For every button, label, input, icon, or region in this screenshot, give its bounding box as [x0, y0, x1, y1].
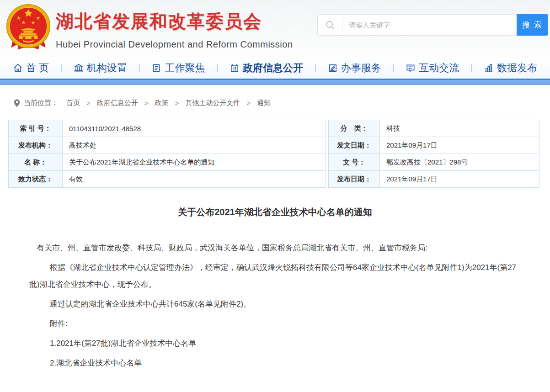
nav-item-work-focus[interactable]: 工作聚焦 [151, 61, 205, 75]
search-icon [318, 18, 342, 32]
table-row: 发布日期： 2021年09月17日 [329, 171, 539, 188]
meta-label-publish-date: 发布日期： [329, 171, 380, 188]
interaction-icon [406, 63, 416, 73]
nav-accent-strip [0, 80, 550, 85]
nav-label: 首 页 [26, 61, 49, 75]
meta-label-category: 分 类： [329, 120, 380, 137]
breadcrumb-home[interactable]: 首页 [66, 99, 80, 107]
meta-value-document-number: 鄂发改高技〔2021〕298号 [380, 154, 539, 171]
nav-item-organization[interactable]: 机构设置 [74, 61, 127, 75]
nav-divider: | [138, 63, 140, 73]
nav-label: 政府信息公开 [243, 61, 303, 75]
attachment-link-1[interactable]: 1.2021年(第27批)湖北省企业技术中心名单 [29, 335, 521, 352]
article-attachments-heading: 附件: [29, 315, 521, 332]
meta-value-category: 科技 [380, 120, 539, 137]
article-title: 关于公布2021年湖北省企业技术中心名单的通知 [0, 206, 550, 218]
meta-table-left: 索 引 号： 011043110/2021-48528 发布机构： 高技术处 名… [8, 120, 326, 188]
meta-value-issuing-agency: 高技术处 [63, 137, 326, 154]
meta-value-validity: 有效 [63, 171, 326, 188]
breadcrumb-policy[interactable]: 政策 [155, 99, 169, 107]
nav-item-data-release[interactable]: 数据发布 [484, 61, 537, 75]
article-paragraph-total: 通过认定的湖北省企业技术中心共计645家(名单见附件2)。 [29, 296, 521, 313]
breadcrumb-other-documents[interactable]: 其他主动公开文件 [185, 99, 240, 107]
nav-item-home[interactable]: 首 页 [13, 61, 49, 75]
service-icon [328, 63, 338, 73]
meta-table-right: 分 类： 科技 发文日期： 2021年09月17日 文 号： 鄂发改高技〔202… [328, 120, 539, 188]
nav-divider: | [216, 63, 219, 73]
breadcrumb-government-info[interactable]: 政府信息公开 [97, 99, 138, 107]
nav-divider: | [314, 63, 316, 73]
nav-divider: | [60, 63, 63, 73]
meta-label-validity: 效力状态： [9, 171, 63, 188]
article-body: 有关市、州、直管市发改委、科技局、财政局，武汉海关各单位，国家税务总局湖北省有关… [0, 218, 550, 371]
nav-label: 机构设置 [87, 61, 127, 75]
main-nav: 首 页 | 机构设置 | 工作聚焦 | 政府信息公开 | 办事服务 | 互动交流… [0, 57, 550, 79]
site-title-block: 湖北省发展和改革委员会 Hubei Provincial Development… [56, 9, 293, 50]
table-row: 文 号： 鄂发改高技〔2021〕298号 [329, 154, 539, 171]
table-row: 分 类： 科技 [329, 120, 539, 137]
table-row: 发布机构： 高技术处 [9, 137, 326, 154]
site-subtitle: Hubei Provincial Development and Reform … [56, 39, 293, 50]
location-pin-icon [14, 99, 20, 107]
data-release-icon [484, 63, 494, 73]
nav-divider: | [470, 63, 473, 73]
search-input[interactable] [342, 21, 517, 29]
meta-label-issue-date: 发文日期： [329, 137, 380, 154]
breadcrumb-prefix: 当前位置： [24, 99, 58, 107]
nav-label: 互动交流 [419, 61, 459, 75]
meta-value-issue-date: 2021年09月17日 [380, 137, 539, 154]
breadcrumb-notice[interactable]: 通知 [257, 99, 271, 107]
work-focus-icon [151, 63, 161, 73]
breadcrumb: 当前位置： 首页 > 政府信息公开 > 政策 > 其他主动公开文件 > 通知 [14, 99, 550, 107]
nav-item-government-info[interactable]: 政府信息公开 [230, 61, 303, 75]
nav-divider: | [392, 63, 395, 73]
article-paragraph-addressees: 有关市、州、直管市发改委、科技局、财政局，武汉海关各单位，国家税务总局湖北省有关… [29, 239, 521, 256]
site-header: 湖北省发展和改革委员会 Hubei Provincial Development… [0, 0, 550, 57]
breadcrumb-separator: > [144, 99, 149, 107]
search-button[interactable]: 搜 索 [517, 14, 548, 36]
meta-label-issuing-agency: 发布机构： [9, 137, 63, 154]
article-paragraph-announcement: 根据《湖北省企业技术中心认定管理办法》，经审定，确认武汉烽火锐拓科技有限公司等6… [29, 259, 521, 293]
nav-label: 办事服务 [341, 61, 381, 75]
site-title: 湖北省发展和改革委员会 [56, 9, 293, 34]
document-meta-table: 索 引 号： 011043110/2021-48528 发布机构： 高技术处 名… [8, 120, 539, 188]
breadcrumb-separator: > [86, 99, 91, 107]
table-row: 名 称： 关于公布2021年湖北省企业技术中心名单的通知 [9, 154, 326, 171]
meta-label-title: 名 称： [9, 154, 63, 171]
meta-label-document-number: 文 号： [329, 154, 380, 171]
home-icon [13, 63, 23, 73]
meta-value-title: 关于公布2021年湖北省企业技术中心名单的通知 [63, 154, 326, 171]
search-input-wrap [317, 14, 517, 36]
meta-value-index-number: 011043110/2021-48528 [63, 120, 326, 137]
meta-label-index-number: 索 引 号： [9, 120, 63, 137]
table-row: 索 引 号： 011043110/2021-48528 [9, 120, 326, 137]
nav-label: 工作聚焦 [165, 61, 205, 75]
table-row: 效力状态： 有效 [9, 171, 326, 188]
breadcrumb-separator: > [175, 99, 179, 107]
table-row: 发文日期： 2021年09月17日 [329, 137, 539, 154]
nav-item-interaction[interactable]: 互动交流 [406, 61, 459, 75]
meta-value-publish-date: 2021年09月17日 [380, 171, 539, 188]
institution-icon [74, 63, 84, 73]
info-disclosure-icon [230, 63, 240, 73]
attachment-link-2[interactable]: 2.湖北省企业技术中心名单 [29, 355, 521, 371]
nav-label: 数据发布 [497, 61, 537, 75]
search-bar: 搜 索 [317, 14, 548, 36]
national-emblem-logo [4, 3, 53, 53]
nav-item-services[interactable]: 办事服务 [328, 61, 381, 75]
breadcrumb-separator: > [246, 99, 251, 107]
